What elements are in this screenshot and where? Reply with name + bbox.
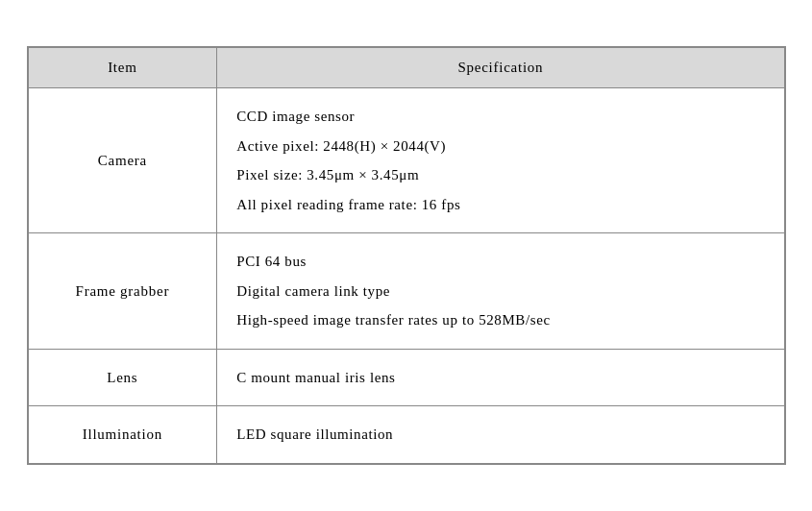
item-cell-3: Illumination xyxy=(28,406,217,464)
table-row: LensC mount manual iris lens xyxy=(28,349,784,406)
header-specification: Specification xyxy=(217,48,784,88)
spec-line: CCD image sensor xyxy=(236,102,764,132)
spec-line: Active pixel: 2448(H) × 2044(V) xyxy=(236,132,764,161)
spec-line: High-speed image transfer rates up to 52… xyxy=(236,305,764,335)
table-row: Frame grabberPCI 64 busDigital camera li… xyxy=(28,233,784,350)
spec-line: Digital camera link type xyxy=(236,277,764,306)
item-cell-1: Frame grabber xyxy=(28,233,217,350)
spec-line: C mount manual iris lens xyxy=(236,363,764,393)
spec-line: Pixel size: 3.45μm × 3.45μm xyxy=(236,160,764,190)
spec-cell-0: CCD image sensorActive pixel: 2448(H) × … xyxy=(217,88,784,233)
item-cell-2: Lens xyxy=(28,349,217,406)
table-header-row: Item Specification xyxy=(28,48,784,88)
item-cell-0: Camera xyxy=(28,88,217,233)
spec-line: PCI 64 bus xyxy=(236,247,764,277)
spec-cell-2: C mount manual iris lens xyxy=(217,349,784,406)
header-item: Item xyxy=(28,48,217,88)
table-row: IlluminationLED square illumination xyxy=(28,406,784,464)
table-row: CameraCCD image sensorActive pixel: 2448… xyxy=(28,88,784,233)
spec-cell-3: LED square illumination xyxy=(217,406,784,464)
spec-line: LED square illumination xyxy=(236,420,764,450)
spec-line: All pixel reading frame rate: 16 fps xyxy=(236,190,764,220)
spec-cell-1: PCI 64 busDigital camera link typeHigh-s… xyxy=(217,233,784,350)
spec-table: Item Specification CameraCCD image senso… xyxy=(27,46,786,465)
